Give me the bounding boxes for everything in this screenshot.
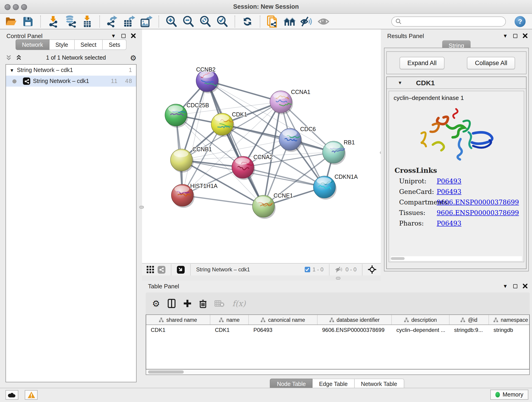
node-CDKN1A[interactable]: CDKN1A: [313, 173, 358, 200]
column-header-database-identifier[interactable]: database identifier: [317, 315, 392, 325]
export-table-button[interactable]: [123, 15, 136, 28]
control-panel: Control Panel ▼ NetworkStyleSelectSets 1…: [0, 29, 142, 388]
float-panel-icon[interactable]: [121, 34, 126, 38]
delete-table-icon[interactable]: [215, 300, 225, 307]
string-view-icon[interactable]: [158, 266, 165, 274]
collapse-all-tree-icon[interactable]: [6, 55, 12, 61]
collapse-all-button[interactable]: Collapse All: [467, 57, 515, 69]
node-RB1[interactable]: RB1: [323, 139, 355, 165]
expand-all-button[interactable]: Expand All: [399, 57, 444, 69]
zoom-fit-button[interactable]: [199, 15, 212, 28]
hidden-eye-slash-icon: [335, 266, 343, 273]
float-panel-icon[interactable]: [513, 34, 517, 38]
export-image-button[interactable]: [140, 15, 152, 28]
show-columns-icon[interactable]: [168, 299, 176, 308]
node-CCNB1[interactable]: CCNB1: [171, 146, 212, 172]
crosslink-link[interactable]: 9606.ENSP00000378699: [437, 209, 519, 216]
network-collection-row[interactable]: ▼ String Network – cdk1 1: [6, 65, 136, 76]
open-session-button[interactable]: [5, 15, 17, 28]
toolbar-separator: [40, 15, 41, 27]
float-panel-icon[interactable]: [513, 284, 517, 288]
crosslink-link[interactable]: P06493: [437, 188, 462, 195]
import-network-from-database-button[interactable]: [64, 15, 76, 28]
node-HIST1H1A[interactable]: HIST1H1A: [171, 183, 218, 208]
memory-button[interactable]: Memory: [490, 390, 528, 400]
network-row-selected[interactable]: String Network – cdk1 11 48: [6, 76, 136, 87]
cloud-status-button[interactable]: [6, 390, 18, 400]
crosslink-label: Compartments:: [394, 198, 437, 206]
string-home-button[interactable]: [283, 15, 296, 28]
network-canvas[interactable]: CCNB2CCNA1CDC25BCDK1CDC6RB1CCNB1CCNA2CDK…: [142, 29, 381, 263]
crosslink-link[interactable]: P06493: [437, 177, 462, 185]
save-session-button[interactable]: [22, 15, 34, 28]
column-header-canonical-name[interactable]: canonical name: [249, 315, 317, 325]
table-row[interactable]: CDK1CDK1P064939606.ENSP00000378699cyclin…: [146, 325, 529, 335]
delete-column-icon[interactable]: [199, 299, 207, 308]
search-input[interactable]: [391, 16, 506, 26]
zoom-fit-icon: [199, 15, 211, 27]
network-options-gear-icon[interactable]: ⚙: [130, 53, 137, 62]
node-CCNE1[interactable]: CCNE1: [253, 192, 293, 219]
titlebar: Session: New Session: [0, 0, 532, 14]
crosslink-label: Tissues:: [394, 209, 437, 216]
import-network-button[interactable]: [47, 15, 60, 28]
zoom-in-button[interactable]: [165, 15, 178, 28]
column-header-name[interactable]: name: [210, 315, 249, 325]
node-label-CDK1: CDK1: [232, 111, 247, 118]
panel-menu-icon[interactable]: ▼: [111, 33, 116, 38]
zoom-selected-icon: [216, 15, 228, 27]
column-header-@id[interactable]: @id: [450, 315, 489, 325]
tab-network[interactable]: Network: [16, 39, 50, 50]
table-cell: stringdb: [489, 325, 532, 335]
hide-glass-button[interactable]: [300, 15, 313, 28]
node-table: shared namenamecanonical namedatabase id…: [146, 314, 530, 370]
help-button[interactable]: ?: [515, 16, 526, 27]
collapse-arrow-icon[interactable]: ▼: [10, 68, 14, 73]
zoom-out-icon: [182, 15, 194, 27]
panel-menu-icon[interactable]: ▼: [503, 283, 508, 289]
panel-menu-icon[interactable]: ▼: [503, 33, 508, 38]
crosslink-link[interactable]: 9606.ENSP00000378699: [437, 198, 519, 206]
close-panel-icon[interactable]: [523, 284, 527, 288]
show-glass-button[interactable]: [317, 15, 330, 28]
import-table-button[interactable]: [81, 15, 94, 28]
crosslink-link[interactable]: P06493: [437, 220, 462, 227]
close-panel-icon[interactable]: [131, 33, 136, 38]
results-scrollbar[interactable]: [391, 256, 522, 261]
table-cell: stringdb:9...: [450, 325, 489, 335]
string-results-container: Expand All Collapse All ▼ CDK1 cyclin–de…: [384, 48, 529, 271]
grid-view-icon[interactable]: [147, 266, 154, 273]
houses-icon: [283, 16, 296, 26]
tab-sets[interactable]: Sets: [103, 39, 127, 50]
node-label-CCNB1: CCNB1: [192, 146, 212, 153]
birdseye-view-icon[interactable]: [177, 266, 185, 274]
table-options-gear-icon[interactable]: ⚙: [152, 298, 160, 309]
section-collapse-icon[interactable]: ▼: [398, 80, 402, 85]
node-CCNA1[interactable]: CCNA1: [270, 89, 310, 114]
warnings-button[interactable]: [25, 390, 38, 400]
fit-selected-crosshair-icon[interactable]: [368, 265, 376, 274]
add-column-icon[interactable]: [183, 299, 191, 307]
zoom-selected-button[interactable]: [216, 15, 229, 28]
publication-export-button[interactable]: [266, 15, 279, 28]
close-panel-icon[interactable]: [523, 33, 527, 38]
function-builder-button[interactable]: f(x): [232, 299, 246, 308]
tab-style[interactable]: Style: [50, 39, 75, 50]
bottom-splitter-handle[interactable]: [336, 277, 341, 280]
table-scrollbar[interactable]: [146, 370, 530, 375]
gene-section-header[interactable]: ▼ CDK1: [387, 77, 526, 89]
export-network-icon: [106, 15, 118, 27]
column-header-description[interactable]: description: [392, 315, 450, 325]
eye-slash-icon: [300, 16, 313, 27]
selected-checkbox-icon[interactable]: [305, 267, 310, 272]
tab-select[interactable]: Select: [75, 39, 103, 50]
memory-label: Memory: [503, 391, 523, 398]
expand-all-tree-icon[interactable]: [16, 55, 22, 61]
column-header-namespace[interactable]: namespace: [489, 315, 532, 325]
column-header-shared-name[interactable]: shared name: [146, 315, 210, 325]
node-CDK1[interactable]: CDK1: [211, 111, 247, 137]
left-splitter-handle[interactable]: [139, 206, 144, 209]
refresh-view-button[interactable]: [241, 15, 254, 28]
zoom-out-button[interactable]: [182, 15, 195, 28]
export-network-button[interactable]: [106, 15, 119, 28]
